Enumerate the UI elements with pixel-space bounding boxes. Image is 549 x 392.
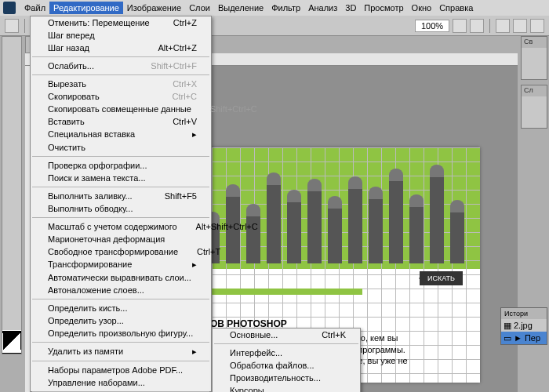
menu-изображение[interactable]: Изображение bbox=[123, 2, 185, 14]
menu-редактирование[interactable]: Редактирование bbox=[49, 2, 123, 14]
hand-tool-icon[interactable] bbox=[453, 19, 467, 33]
palette-title: Сл bbox=[522, 85, 547, 96]
menu-item: Проверка орфографии... bbox=[31, 159, 211, 172]
shape-tool-icon[interactable] bbox=[2, 278, 21, 296]
eyedropper-tool-icon[interactable] bbox=[2, 123, 21, 140]
eraser-tool-icon[interactable] bbox=[2, 175, 21, 192]
menu-item[interactable]: Свободное трансформированиеCtrl+T bbox=[31, 245, 211, 258]
type-tool-icon[interactable] bbox=[2, 244, 21, 261]
marquee-tool-icon[interactable] bbox=[2, 54, 21, 71]
menu-просмотр[interactable]: Просмотр bbox=[360, 2, 407, 14]
move-tool-icon[interactable] bbox=[2, 37, 21, 54]
menu-3d[interactable]: 3D bbox=[341, 2, 360, 14]
history-palette[interactable]: Истори ▦2.jpg ▭► Пер bbox=[500, 307, 547, 345]
menu-item: Ослабить...Shift+Ctrl+F bbox=[31, 60, 211, 72]
menu-item[interactable]: Производительность... bbox=[213, 372, 360, 384]
crop-tool-icon[interactable] bbox=[2, 106, 21, 123]
menu-выделение[interactable]: Выделение bbox=[214, 2, 267, 14]
menu-фильтр[interactable]: Фильтр bbox=[267, 2, 304, 14]
history-row[interactable]: ▦2.jpg bbox=[501, 319, 547, 332]
menu-item: Автоналожение слоев... bbox=[31, 284, 211, 296]
menu-item: Поиск и замена текста... bbox=[31, 172, 211, 184]
menu-анализ[interactable]: Анализ bbox=[304, 2, 341, 14]
menu-item: Автоматически выравнивать слои... bbox=[31, 271, 211, 284]
stamp-tool-icon[interactable] bbox=[2, 158, 21, 175]
pen-tool-icon[interactable] bbox=[2, 227, 21, 244]
menubar: ФайлРедактированиеИзображениеСлоиВыделен… bbox=[0, 0, 549, 16]
zoom-tool-icon-2[interactable] bbox=[2, 313, 21, 330]
menu-item[interactable]: Удалить из памяти▸ bbox=[31, 345, 211, 358]
menu-item[interactable]: Трансформирование▸ bbox=[31, 258, 211, 271]
menu-item[interactable]: Основные...Ctrl+K bbox=[213, 328, 360, 341]
toolbox bbox=[2, 36, 22, 354]
menu-item[interactable]: Специальная вставка▸ bbox=[31, 128, 211, 141]
menu-item: Очистить bbox=[31, 141, 211, 154]
palette-swatches[interactable]: Св bbox=[521, 36, 547, 80]
menu-item: СкопироватьCtrl+C bbox=[31, 90, 211, 103]
view-icon-1[interactable] bbox=[496, 19, 510, 33]
tool-preset-icon[interactable] bbox=[5, 19, 19, 33]
view-icon-2[interactable] bbox=[513, 19, 527, 33]
menu-справка[interactable]: Справка bbox=[435, 2, 477, 14]
zoom-tool-icon[interactable] bbox=[470, 19, 484, 33]
menu-item[interactable]: Выполнить заливку...Shift+F5 bbox=[31, 190, 211, 202]
menu-item: ВырезатьCtrl+X bbox=[31, 78, 211, 90]
path-tool-icon[interactable] bbox=[2, 261, 21, 278]
swatches-icon[interactable] bbox=[2, 330, 21, 354]
app-icon bbox=[3, 2, 16, 14]
menu-item[interactable]: Шаг назадAlt+Ctrl+Z bbox=[31, 42, 211, 54]
menu-item[interactable]: Выполнить обводку... bbox=[31, 202, 211, 215]
wand-tool-icon[interactable] bbox=[2, 89, 21, 106]
view-icon-3[interactable] bbox=[530, 19, 544, 33]
menu-item[interactable]: Управление наборами... bbox=[31, 376, 211, 389]
palette-title: Св bbox=[522, 37, 547, 48]
search-button[interactable]: ИСКАТЬ bbox=[420, 271, 463, 285]
menu-item[interactable]: Обработка файлов... bbox=[213, 359, 360, 372]
menu-файл[interactable]: Файл bbox=[20, 2, 49, 14]
palette-layers[interactable]: Сл bbox=[521, 85, 547, 129]
menu-item[interactable]: Интерфейс... bbox=[213, 347, 360, 359]
zoom-field[interactable]: 100% bbox=[415, 20, 449, 32]
menu-item: Скопировать совмещенные данныеShift+Ctrl… bbox=[31, 103, 211, 115]
blur-tool-icon[interactable] bbox=[2, 209, 21, 227]
brush-tool-icon[interactable] bbox=[2, 140, 21, 158]
gradient-tool-icon[interactable] bbox=[2, 192, 21, 209]
menu-item[interactable]: Отменить: ПеремещениеCtrl+Z bbox=[31, 16, 211, 29]
menu-item[interactable]: Масштаб с учетом содержимогоAlt+Shift+Ct… bbox=[31, 220, 211, 233]
history-title: Истори bbox=[501, 308, 547, 319]
menu-item[interactable]: Наборы параметров Adobe PDF... bbox=[31, 364, 211, 376]
preferences-submenu: Основные...Ctrl+KИнтерфейс...Обработка ф… bbox=[212, 328, 361, 392]
menu-item[interactable]: Курсоры... bbox=[213, 384, 360, 392]
menu-item[interactable]: ВставитьCtrl+V bbox=[31, 115, 211, 128]
history-row[interactable]: ▭► Пер bbox=[501, 332, 547, 344]
menu-окно[interactable]: Окно bbox=[408, 2, 436, 14]
menu-item[interactable]: Определить узор... bbox=[31, 314, 211, 327]
menu-слои[interactable]: Слои bbox=[185, 2, 214, 14]
lasso-tool-icon[interactable] bbox=[2, 71, 21, 89]
menu-item[interactable]: Определить кисть... bbox=[31, 302, 211, 314]
hand-tool-icon-2[interactable] bbox=[2, 296, 21, 313]
artwork-greenbar bbox=[205, 289, 362, 295]
menu-item[interactable]: Марионеточная деформация bbox=[31, 233, 211, 245]
right-dock: Св Сл bbox=[521, 36, 547, 133]
menu-item: Определить произвольную фигуру... bbox=[31, 327, 211, 339]
artwork-brushes bbox=[205, 162, 472, 263]
edit-menu: Отменить: ПеремещениеCtrl+ZШаг впередШаг… bbox=[30, 16, 212, 392]
menu-item: Шаг вперед bbox=[31, 29, 211, 42]
